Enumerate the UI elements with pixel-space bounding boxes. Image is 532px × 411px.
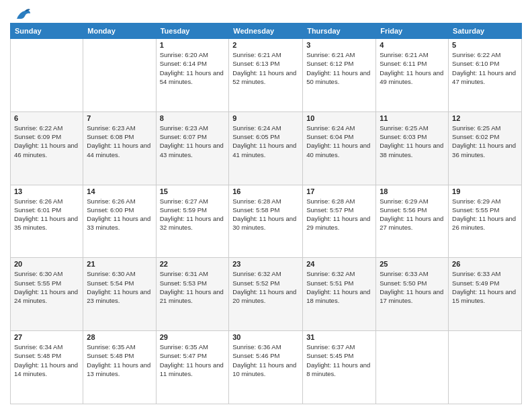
calendar-cell: 12Sunrise: 6:25 AMSunset: 6:02 PMDayligh… — [449, 111, 522, 185]
weekday-header-cell: Friday — [376, 24, 449, 39]
day-number: 16 — [232, 187, 299, 195]
weekday-header-cell: Thursday — [303, 24, 376, 39]
day-info: Sunrise: 6:32 AMSunset: 5:51 PMDaylight:… — [306, 269, 372, 305]
calendar-week-row: 6Sunrise: 6:22 AMSunset: 6:09 PMDaylight… — [11, 111, 522, 185]
day-info: Sunrise: 6:31 AMSunset: 5:53 PMDaylight:… — [160, 269, 226, 305]
calendar-cell: 5Sunrise: 6:22 AMSunset: 6:10 PMDaylight… — [449, 39, 522, 112]
calendar-cell: 2Sunrise: 6:21 AMSunset: 6:13 PMDaylight… — [229, 39, 303, 112]
day-info: Sunrise: 6:30 AMSunset: 5:55 PMDaylight:… — [14, 269, 79, 305]
logo-bird-icon — [11, 7, 32, 21]
day-info: Sunrise: 6:22 AMSunset: 6:10 PMDaylight:… — [452, 50, 518, 86]
calendar-cell: 10Sunrise: 6:24 AMSunset: 6:04 PMDayligh… — [303, 111, 376, 185]
day-info: Sunrise: 6:24 AMSunset: 6:04 PMDaylight:… — [306, 124, 372, 159]
day-info: Sunrise: 6:25 AMSunset: 6:02 PMDaylight:… — [452, 124, 518, 159]
page: SundayMondayTuesdayWednesdayThursdayFrid… — [0, 0, 532, 411]
calendar-cell: 4Sunrise: 6:21 AMSunset: 6:11 PMDaylight… — [376, 39, 449, 112]
calendar-cell: 26Sunrise: 6:33 AMSunset: 5:49 PMDayligh… — [449, 258, 522, 331]
calendar-cell — [449, 331, 522, 404]
calendar-cell: 21Sunrise: 6:30 AMSunset: 5:54 PMDayligh… — [83, 258, 156, 331]
calendar-cell — [83, 39, 156, 112]
calendar-cell: 13Sunrise: 6:26 AMSunset: 6:01 PMDayligh… — [11, 185, 83, 258]
calendar-cell: 6Sunrise: 6:22 AMSunset: 6:09 PMDaylight… — [11, 111, 83, 185]
day-info: Sunrise: 6:32 AMSunset: 5:52 PMDaylight:… — [232, 269, 299, 305]
calendar-cell: 20Sunrise: 6:30 AMSunset: 5:55 PMDayligh… — [11, 258, 83, 331]
day-number: 31 — [306, 333, 372, 341]
calendar-cell: 9Sunrise: 6:24 AMSunset: 6:05 PMDaylight… — [229, 111, 303, 185]
calendar-cell: 31Sunrise: 6:37 AMSunset: 5:45 PMDayligh… — [303, 331, 376, 404]
calendar-cell — [376, 331, 449, 404]
calendar-cell: 7Sunrise: 6:23 AMSunset: 6:08 PMDaylight… — [83, 111, 156, 185]
day-number: 18 — [380, 187, 445, 195]
calendar-week-row: 13Sunrise: 6:26 AMSunset: 6:01 PMDayligh… — [11, 185, 522, 258]
day-info: Sunrise: 6:26 AMSunset: 6:01 PMDaylight:… — [14, 197, 79, 232]
day-number: 3 — [306, 41, 372, 49]
calendar-cell: 8Sunrise: 6:23 AMSunset: 6:07 PMDaylight… — [156, 111, 229, 185]
day-info: Sunrise: 6:33 AMSunset: 5:50 PMDaylight:… — [380, 269, 445, 305]
day-number: 30 — [232, 333, 299, 341]
day-info: Sunrise: 6:22 AMSunset: 6:09 PMDaylight:… — [14, 124, 79, 159]
day-info: Sunrise: 6:35 AMSunset: 5:47 PMDaylight:… — [160, 342, 226, 378]
calendar-cell: 14Sunrise: 6:26 AMSunset: 6:00 PMDayligh… — [83, 185, 156, 258]
day-info: Sunrise: 6:23 AMSunset: 6:07 PMDaylight:… — [160, 124, 226, 159]
day-info: Sunrise: 6:27 AMSunset: 5:59 PMDaylight:… — [160, 197, 226, 232]
weekday-header-cell: Tuesday — [156, 24, 229, 39]
header — [10, 7, 522, 19]
day-number: 5 — [452, 41, 518, 49]
day-number: 1 — [160, 41, 226, 49]
day-info: Sunrise: 6:36 AMSunset: 5:46 PMDaylight:… — [232, 342, 299, 378]
calendar-cell: 25Sunrise: 6:33 AMSunset: 5:50 PMDayligh… — [376, 258, 449, 331]
calendar-cell — [11, 39, 83, 112]
day-info: Sunrise: 6:21 AMSunset: 6:12 PMDaylight:… — [306, 50, 372, 86]
day-info: Sunrise: 6:34 AMSunset: 5:48 PMDaylight:… — [14, 342, 79, 378]
calendar-cell: 16Sunrise: 6:28 AMSunset: 5:58 PMDayligh… — [229, 185, 303, 258]
weekday-header-cell: Sunday — [11, 24, 83, 39]
day-number: 24 — [306, 260, 372, 268]
day-info: Sunrise: 6:23 AMSunset: 6:08 PMDaylight:… — [87, 124, 152, 159]
day-info: Sunrise: 6:25 AMSunset: 6:03 PMDaylight:… — [380, 124, 445, 159]
day-number: 7 — [87, 114, 152, 122]
day-number: 13 — [14, 187, 79, 195]
day-number: 25 — [380, 260, 445, 268]
weekday-header-row: SundayMondayTuesdayWednesdayThursdayFrid… — [11, 24, 522, 39]
day-number: 19 — [452, 187, 518, 195]
day-number: 14 — [87, 187, 152, 195]
day-number: 27 — [14, 333, 79, 341]
day-info: Sunrise: 6:29 AMSunset: 5:55 PMDaylight:… — [452, 197, 518, 232]
day-info: Sunrise: 6:28 AMSunset: 5:58 PMDaylight:… — [232, 197, 299, 232]
calendar-cell: 1Sunrise: 6:20 AMSunset: 6:14 PMDaylight… — [156, 39, 229, 112]
day-info: Sunrise: 6:26 AMSunset: 6:00 PMDaylight:… — [87, 197, 152, 232]
day-number: 26 — [452, 260, 518, 268]
day-number: 29 — [160, 333, 226, 341]
calendar-cell: 29Sunrise: 6:35 AMSunset: 5:47 PMDayligh… — [156, 331, 229, 404]
day-number: 9 — [232, 114, 299, 122]
calendar-cell: 15Sunrise: 6:27 AMSunset: 5:59 PMDayligh… — [156, 185, 229, 258]
calendar-week-row: 20Sunrise: 6:30 AMSunset: 5:55 PMDayligh… — [11, 258, 522, 331]
calendar-week-row: 1Sunrise: 6:20 AMSunset: 6:14 PMDaylight… — [11, 39, 522, 112]
day-number: 4 — [380, 41, 445, 49]
calendar-cell: 19Sunrise: 6:29 AMSunset: 5:55 PMDayligh… — [449, 185, 522, 258]
day-number: 22 — [160, 260, 226, 268]
calendar-cell: 30Sunrise: 6:36 AMSunset: 5:46 PMDayligh… — [229, 331, 303, 404]
day-info: Sunrise: 6:24 AMSunset: 6:05 PMDaylight:… — [232, 124, 299, 159]
day-number: 6 — [14, 114, 79, 122]
day-number: 2 — [232, 41, 299, 49]
calendar-cell: 27Sunrise: 6:34 AMSunset: 5:48 PMDayligh… — [11, 331, 83, 404]
calendar-cell: 11Sunrise: 6:25 AMSunset: 6:03 PMDayligh… — [376, 111, 449, 185]
calendar-body: 1Sunrise: 6:20 AMSunset: 6:14 PMDaylight… — [11, 39, 522, 404]
logo — [10, 7, 32, 19]
calendar-cell: 17Sunrise: 6:28 AMSunset: 5:57 PMDayligh… — [303, 185, 376, 258]
weekday-header-cell: Monday — [83, 24, 156, 39]
day-number: 15 — [160, 187, 226, 195]
day-info: Sunrise: 6:30 AMSunset: 5:54 PMDaylight:… — [87, 269, 152, 305]
day-number: 8 — [160, 114, 226, 122]
day-number: 20 — [14, 260, 79, 268]
day-number: 21 — [87, 260, 152, 268]
calendar-cell: 23Sunrise: 6:32 AMSunset: 5:52 PMDayligh… — [229, 258, 303, 331]
calendar-week-row: 27Sunrise: 6:34 AMSunset: 5:48 PMDayligh… — [11, 331, 522, 404]
day-info: Sunrise: 6:37 AMSunset: 5:45 PMDaylight:… — [306, 342, 372, 378]
calendar-cell: 22Sunrise: 6:31 AMSunset: 5:53 PMDayligh… — [156, 258, 229, 331]
day-number: 12 — [452, 114, 518, 122]
calendar-cell: 3Sunrise: 6:21 AMSunset: 6:12 PMDaylight… — [303, 39, 376, 112]
day-info: Sunrise: 6:35 AMSunset: 5:48 PMDaylight:… — [87, 342, 152, 378]
weekday-header-cell: Wednesday — [229, 24, 303, 39]
